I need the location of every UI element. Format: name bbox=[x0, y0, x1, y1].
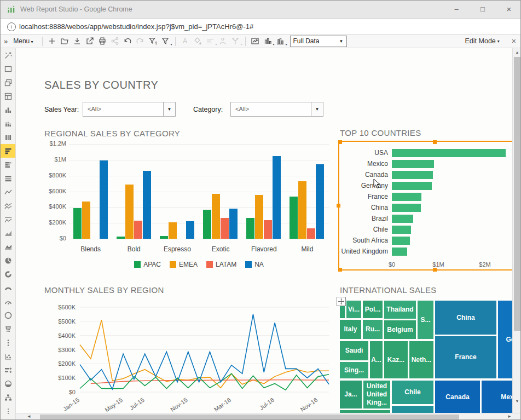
horizontal-scroll-thumb[interactable] bbox=[40, 415, 459, 420]
bar-NA-Exotic[interactable] bbox=[229, 209, 238, 239]
treemap-cell-belgium[interactable]: Belgium bbox=[384, 320, 416, 339]
filter-year-dropdown[interactable]: <All> ▼ bbox=[83, 102, 176, 117]
bar-NA-Blends[interactable] bbox=[100, 160, 108, 239]
scroll-up-icon[interactable]: ▲ bbox=[513, 50, 521, 54]
legend-item[interactable]: APAC bbox=[134, 261, 161, 268]
selection-handle[interactable] bbox=[337, 204, 340, 208]
palette-column-triple-icon[interactable] bbox=[1, 130, 15, 144]
palette-needle-gauge-icon[interactable] bbox=[1, 295, 15, 308]
bar-EMEA-Blends[interactable] bbox=[82, 202, 90, 239]
treemap-cell-a[interactable]: A... bbox=[370, 341, 383, 378]
treemap-cell-s[interactable]: S... bbox=[418, 301, 433, 339]
bar-South Africa[interactable] bbox=[392, 237, 410, 245]
bar-EMEA-Exotic[interactable] bbox=[212, 194, 220, 239]
bar-LATAM-Mild[interactable] bbox=[307, 228, 315, 239]
bar-Mexico[interactable] bbox=[392, 160, 434, 168]
palette-bullet-add-icon[interactable] bbox=[1, 363, 15, 377]
treemap-cell-vi[interactable]: Vi... bbox=[346, 301, 361, 318]
vertical-scrollbar[interactable]: ▲ ▼ bbox=[512, 48, 521, 413]
treemap-cell-ru[interactable]: Ru... bbox=[363, 320, 383, 339]
palette-scatter-icon[interactable] bbox=[1, 349, 15, 363]
chart-columns-icon[interactable]: ▾ bbox=[274, 36, 286, 47]
treemap-cell-chile[interactable]: Chile bbox=[392, 381, 433, 404]
filter-icon[interactable]: ▾ bbox=[159, 36, 171, 47]
palette-hbar-triple-icon[interactable] bbox=[1, 171, 15, 185]
treemap-cell-thailand[interactable]: Thailand bbox=[384, 301, 416, 319]
bar-LATAM-Bold[interactable] bbox=[134, 221, 142, 239]
address-bar[interactable]: i localhost:8888/webos/app/webstudio/ind… bbox=[1, 19, 521, 34]
add-icon[interactable] bbox=[46, 36, 58, 47]
palette-frame-icon[interactable] bbox=[1, 62, 15, 76]
top10-countries-chart[interactable]: USAMexicoCanadaGermanyFranceChinaBrazilC… bbox=[340, 144, 512, 268]
bar-China[interactable] bbox=[392, 204, 421, 212]
legend-item[interactable]: NA bbox=[245, 261, 264, 268]
bar-NA-Espresso[interactable] bbox=[186, 221, 194, 239]
bar-France[interactable] bbox=[392, 193, 421, 201]
url-text[interactable]: localhost:8888/webos/app/webstudio/index… bbox=[19, 22, 253, 31]
bar-NA-Flavored[interactable] bbox=[273, 156, 281, 239]
bar-NA-Bold[interactable] bbox=[143, 171, 151, 239]
palette-hbar-chart-icon[interactable] bbox=[1, 144, 15, 158]
bar-Chile[interactable] bbox=[392, 226, 411, 234]
menu-button[interactable]: Menu ▾ bbox=[13, 37, 33, 45]
filter-category-dropdown[interactable]: <All> ▼ bbox=[230, 102, 323, 117]
treemap-cell-neth[interactable]: Neth... bbox=[409, 341, 433, 378]
scroll-right-icon[interactable]: ► bbox=[507, 414, 512, 419]
treemap-cell-canada[interactable]: Canada bbox=[435, 381, 480, 414]
treemap-cell-pol[interactable]: Pol... bbox=[363, 301, 383, 318]
toolbar-overflow-icon[interactable]: » bbox=[4, 37, 8, 45]
treemap-cell-italy[interactable]: Italy bbox=[340, 320, 361, 339]
international-sales-treemap[interactable]: Vi...Pol...ThailandS...ItalyRu...Belgium… bbox=[340, 301, 521, 414]
palette-org-tree-icon[interactable] bbox=[1, 390, 15, 404]
bar-LATAM-Flavored[interactable] bbox=[264, 220, 272, 239]
selection-handle[interactable] bbox=[338, 268, 342, 272]
bar-Canada[interactable] bbox=[392, 171, 433, 179]
palette-arc-gauge-icon[interactable] bbox=[1, 281, 15, 295]
palette-pie-chart-icon[interactable] bbox=[1, 254, 15, 267]
page-info-icon[interactable]: i bbox=[7, 22, 16, 31]
move-handle[interactable] bbox=[337, 297, 346, 306]
bar-APAC-Blends[interactable] bbox=[73, 208, 82, 239]
bar-Germany[interactable] bbox=[392, 182, 432, 190]
palette-org-box-icon[interactable] bbox=[1, 322, 15, 336]
scroll-down-icon[interactable]: ▼ bbox=[513, 399, 521, 403]
horizontal-scrollbar[interactable]: ◄ ► bbox=[16, 413, 521, 420]
bar-APAC-Exotic[interactable] bbox=[203, 210, 211, 239]
bar-LATAM-Exotic[interactable] bbox=[221, 218, 229, 239]
bar-NA-Mild[interactable] bbox=[316, 164, 324, 239]
selection-handle[interactable] bbox=[433, 140, 437, 144]
palette-line-chart-icon[interactable] bbox=[1, 185, 15, 199]
maximize-button[interactable]: □ bbox=[473, 1, 492, 18]
palette-area-dark-icon[interactable] bbox=[1, 240, 15, 254]
treemap-cell-ja[interactable]: Ja... bbox=[340, 381, 362, 409]
chart-bars-icon[interactable]: ▾ bbox=[262, 36, 274, 47]
palette-donut-chart-icon[interactable] bbox=[1, 267, 15, 281]
treemap-cell-france[interactable]: France bbox=[435, 336, 496, 378]
chevron-down-icon[interactable]: ▼ bbox=[311, 102, 323, 116]
palette-stacked-columns-icon[interactable] bbox=[1, 117, 15, 130]
bar-APAC-Flavored[interactable] bbox=[246, 218, 254, 239]
palette-more-dots-icon[interactable] bbox=[1, 404, 15, 418]
palette-wand-icon[interactable] bbox=[1, 48, 15, 62]
bar-USA[interactable] bbox=[392, 149, 506, 157]
chevron-down-icon[interactable]: ▼ bbox=[163, 102, 175, 116]
palette-line-markers-icon[interactable] bbox=[1, 212, 15, 226]
legend-item[interactable]: LATAM bbox=[206, 261, 236, 268]
vertical-scroll-thumb[interactable] bbox=[514, 57, 520, 331]
treemap-cell-china[interactable]: China bbox=[435, 301, 496, 335]
chart-preview-icon[interactable] bbox=[249, 36, 261, 47]
edit-mode-button[interactable]: Edit Mode▾ bbox=[465, 37, 500, 45]
bar-APAC-Mild[interactable] bbox=[290, 197, 298, 239]
undo-icon[interactable] bbox=[121, 36, 134, 47]
bar-EMEA-Flavored[interactable] bbox=[255, 195, 263, 239]
palette-circle-icon[interactable] bbox=[1, 308, 15, 322]
minimize-button[interactable]: – bbox=[447, 1, 466, 18]
print-icon[interactable] bbox=[96, 36, 108, 47]
selection-handle[interactable] bbox=[338, 140, 342, 144]
treemap-cell-kaz[interactable]: Kaz... bbox=[384, 341, 408, 378]
export-page-icon[interactable] bbox=[84, 36, 96, 47]
monthly-sales-line-chart[interactable]: $0$100K$200K$300K$400K$500K$600KJan-15Ma… bbox=[44, 298, 334, 418]
bar-EMEA-Mild[interactable] bbox=[298, 181, 306, 239]
palette-nested-frames-icon[interactable] bbox=[1, 89, 15, 103]
bar-APAC-Bold[interactable] bbox=[117, 237, 125, 239]
